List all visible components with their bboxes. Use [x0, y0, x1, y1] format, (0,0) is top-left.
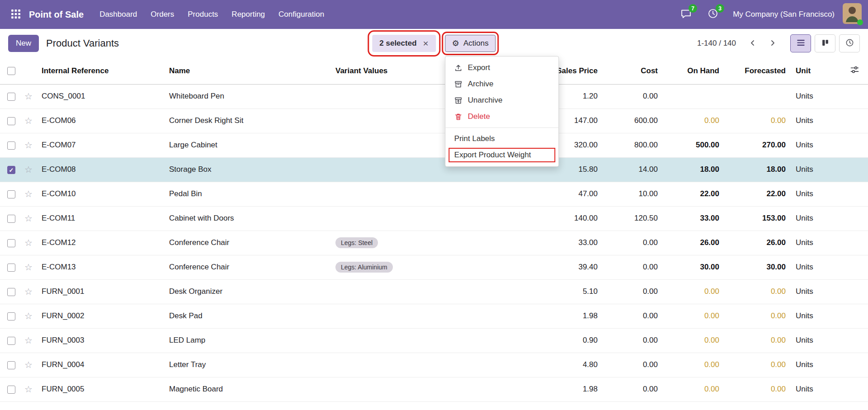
row-checkbox[interactable]: [7, 337, 15, 345]
cell-spacer: [830, 206, 868, 231]
table-row[interactable]: ☆FURN_0005Magnetic Board1.980.000.000.00…: [0, 377, 868, 401]
cell-cost: 0.00: [601, 304, 661, 328]
cell-unit: Units: [789, 133, 830, 157]
app-name[interactable]: Point of Sale: [29, 9, 84, 20]
menu-item-label: Archive: [468, 80, 494, 89]
favorite-star-icon[interactable]: ☆: [24, 189, 33, 199]
table-row[interactable]: ☆E-COM10Pedal Bin47.0010.0022.0022.00Uni…: [0, 182, 868, 206]
menu-item-export-product-weight[interactable]: Export Product Weight: [448, 148, 555, 162]
nav-item-reporting[interactable]: Reporting: [225, 5, 272, 24]
row-checkbox[interactable]: [7, 117, 15, 125]
table-row[interactable]: ☆E-COM11Cabinet with Doors140.00120.5033…: [0, 206, 868, 231]
row-checkbox[interactable]: [7, 239, 15, 247]
nav-item-orders[interactable]: Orders: [144, 5, 181, 24]
nav-item-dashboard[interactable]: Dashboard: [93, 5, 144, 24]
cell-checkbox: [0, 353, 21, 377]
row-checkbox[interactable]: [7, 361, 15, 369]
list-view-button[interactable]: [790, 34, 811, 52]
clear-selection-icon[interactable]: ×: [423, 40, 429, 47]
cell-internal-reference: E-COM13: [38, 255, 165, 279]
cell-internal-reference: FURN_0002: [38, 304, 165, 328]
row-checkbox[interactable]: [7, 141, 15, 150]
table-row[interactable]: ☆E-COM13Conference ChairLegs: Aluminium3…: [0, 255, 868, 279]
favorite-star-icon[interactable]: ☆: [24, 213, 33, 223]
user-avatar[interactable]: [843, 5, 862, 24]
cell-internal-reference: CONS_0001: [38, 84, 165, 108]
table-row[interactable]: ☆E-COM07Large Cabinet320.00800.00500.002…: [0, 133, 868, 157]
column-header-name[interactable]: Name: [165, 58, 332, 84]
nav-item-products[interactable]: Products: [181, 5, 225, 24]
cell-favorite: ☆: [21, 328, 38, 353]
messages-menu-button[interactable]: 7: [678, 6, 694, 23]
table-row[interactable]: ☆FURN_0002Desk Pad1.980.000.000.00Units: [0, 304, 868, 328]
cell-internal-reference: E-COM10: [38, 182, 165, 206]
apps-menu-button[interactable]: [6, 5, 25, 24]
column-header-unit[interactable]: Unit: [789, 58, 830, 84]
select-all-checkbox[interactable]: [7, 67, 15, 75]
menu-item-export[interactable]: Export: [445, 60, 558, 76]
favorite-star-icon[interactable]: ☆: [24, 360, 33, 370]
pager-next-button[interactable]: [766, 36, 779, 51]
cell-on-hand: 0.00: [661, 328, 723, 353]
menu-item-archive[interactable]: Archive: [445, 76, 558, 92]
row-checkbox[interactable]: [7, 93, 15, 101]
cell-variant-values: [332, 279, 512, 304]
optional-columns-icon[interactable]: [850, 67, 859, 76]
favorite-star-icon[interactable]: ☆: [24, 262, 33, 272]
row-checkbox[interactable]: [7, 190, 15, 198]
favorite-star-icon[interactable]: ☆: [24, 238, 33, 248]
favorite-star-icon[interactable]: ☆: [24, 311, 33, 321]
cell-unit: Units: [789, 255, 830, 279]
row-checkbox[interactable]: ✓: [7, 166, 15, 174]
cell-variant-values: Legs: Steel: [332, 231, 512, 255]
cell-unit: Units: [789, 279, 830, 304]
cell-unit: Units: [789, 182, 830, 206]
table-row[interactable]: ☆FURN_0001Desk Organizer5.100.000.000.00…: [0, 279, 868, 304]
activities-menu-button[interactable]: 3: [705, 6, 721, 23]
activity-view-button[interactable]: [839, 34, 860, 52]
row-checkbox[interactable]: [7, 288, 15, 296]
favorite-star-icon[interactable]: ☆: [24, 165, 33, 174]
company-name[interactable]: My Company (San Francisco): [733, 10, 835, 19]
new-button[interactable]: New: [8, 35, 39, 52]
cell-on-hand: 26.00: [661, 231, 723, 255]
table-row[interactable]: ☆CONS_0001Whiteboard Pen1.200.00Units: [0, 84, 868, 108]
row-checkbox[interactable]: [7, 215, 15, 223]
favorite-star-icon[interactable]: ☆: [24, 335, 33, 345]
cell-on-hand: 22.00: [661, 182, 723, 206]
cell-on-hand: 0.00: [661, 353, 723, 377]
row-checkbox[interactable]: [7, 312, 15, 320]
table-row[interactable]: ☆FURN_0003LED Lamp0.900.000.000.00Units: [0, 328, 868, 353]
table-row[interactable]: ☆E-COM06Corner Desk Right Sit147.00600.0…: [0, 108, 868, 133]
row-checkbox[interactable]: [7, 386, 15, 394]
actions-button[interactable]: ⚙ Actions: [445, 35, 496, 52]
cell-spacer: [830, 108, 868, 133]
favorite-star-icon[interactable]: ☆: [24, 384, 33, 394]
column-header-internal-reference[interactable]: Internal Reference: [38, 58, 165, 84]
row-checkbox[interactable]: [7, 264, 15, 272]
favorite-star-icon[interactable]: ☆: [24, 140, 33, 150]
table-row[interactable]: ✓☆E-COM08Storage Box15.8014.0018.0018.00…: [0, 157, 868, 182]
menu-item-delete[interactable]: Delete: [445, 108, 558, 125]
menu-item-print-labels[interactable]: Print Labels: [445, 131, 558, 147]
nav-item-configuration[interactable]: Configuration: [272, 5, 331, 24]
cell-internal-reference: E-COM06: [38, 108, 165, 133]
column-header-on-hand[interactable]: On Hand: [661, 58, 723, 84]
cell-favorite: ☆: [21, 206, 38, 231]
selection-count: 2 selected: [379, 39, 416, 48]
kanban-view-button[interactable]: [815, 34, 835, 52]
column-header-cost[interactable]: Cost: [601, 58, 661, 84]
cell-checkbox: [0, 255, 21, 279]
column-header-forecasted[interactable]: Forecasted: [723, 58, 789, 84]
cell-unit: Units: [789, 157, 830, 182]
table-row[interactable]: ☆E-COM12Conference ChairLegs: Steel33.00…: [0, 231, 868, 255]
cell-forecasted: 0.00: [723, 328, 789, 353]
table-row[interactable]: ☆FURN_0004Letter Tray4.800.000.000.00Uni…: [0, 353, 868, 377]
favorite-star-icon[interactable]: ☆: [24, 116, 33, 126]
menu-item-unarchive[interactable]: Unarchive: [445, 92, 558, 108]
favorite-star-icon[interactable]: ☆: [24, 287, 33, 297]
favorite-star-icon[interactable]: ☆: [24, 91, 33, 101]
pager-previous-button[interactable]: [746, 36, 760, 51]
pager-range: 1-140 / 140: [697, 39, 736, 48]
menu-separator: [445, 127, 558, 128]
